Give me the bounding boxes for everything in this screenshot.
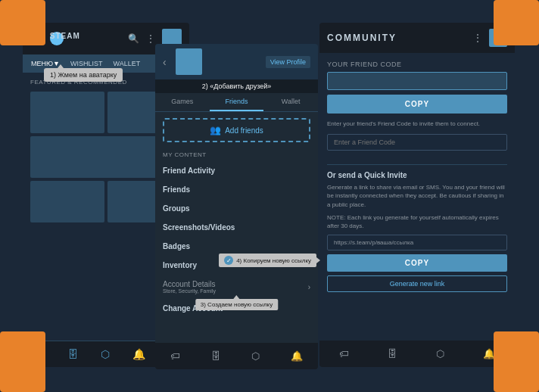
gift-box-bottom-right [494,331,539,392]
mid-bottom-store-icon[interactable]: ⬡ [251,350,260,362]
view-profile-btn[interactable]: View Profile [266,56,310,68]
middle-panel: ‹ View Profile 2) «Добавить друзей» Game… [155,44,318,369]
add-friends-button[interactable]: 👥 Add friends [163,118,310,142]
friend-code-helper: Enter your friend's Friend Code to invit… [327,120,507,128]
check-icon: ✓ [224,256,233,265]
right-panel-content: Your Friend Code COPY Enter your friend'… [319,53,515,300]
quick-invite-note: NOTE: Each link you generate for yoursel… [327,213,507,230]
middle-panel-header: ‹ View Profile [155,44,318,79]
menu-groups[interactable]: Groups [155,199,318,218]
menu-friend-activity[interactable]: Friend Activity [155,161,318,180]
right-panel: COMMUNITY ⋮ Your Friend Code COPY Enter … [319,23,515,367]
annotation-4-text: 4) Копируем новую ссылку [236,257,311,264]
add-friends-icon: 👥 [210,125,221,135]
add-friends-label: Add friends [225,126,263,135]
invite-link-url: https://s.team/p/ваша/ссылка [327,235,507,250]
enter-friend-code-input[interactable] [327,134,507,151]
generate-new-link-button[interactable]: Generate new link [327,275,507,292]
bottom-nav-library-icon[interactable]: 🗄 [67,348,78,360]
main-wrapper: STEAM 🔍 ⋮ МЕНЮ▼ WISHLIST WALLET 1) Жмем … [23,23,515,367]
divider [327,164,507,165]
arrow-right-icon: › [308,283,310,291]
friend-code-input[interactable] [327,72,507,90]
my-content-label: MY CONTENT [155,148,318,161]
menu-groups-label: Groups [163,204,190,213]
gift-box-top-right [494,0,539,45]
menu-friends[interactable]: Friends [155,180,318,199]
menu-inventory-label: Inventory [163,261,197,269]
tab-friends[interactable]: Friends [210,93,264,111]
tab-wallet[interactable]: Wallet [263,93,318,111]
gift-box-bottom-left [0,331,45,392]
annotation-4: ✓ 4) Копируем новую ссылку [219,254,316,267]
menu-friends-label: Friends [163,185,190,194]
quick-invite-description: Generate a link to share via email or SM… [327,183,507,209]
annotation-3: 3) Создаем новую ссылку [195,299,278,310]
profile-tabs: Games Friends Wallet [155,93,318,112]
featured-item-3 [30,181,104,222]
right-bottom-nav: 🏷 🗄 ⬡ 🔔 [319,341,515,367]
search-icon[interactable]: 🔍 [128,33,139,44]
mid-bottom-notify-icon[interactable]: 🔔 [291,350,303,362]
quick-invite-title: Or send a Quick Invite [327,171,507,179]
copy-link-button[interactable]: COPY [327,254,507,272]
profile-avatar[interactable] [176,48,202,75]
mid-bottom-tag-icon[interactable]: 🏷 [170,350,180,362]
friend-code-section-title: Your Friend Code [327,61,507,68]
right-bottom-tag-icon[interactable]: 🏷 [339,348,349,359]
bottom-nav-notify-icon[interactable]: 🔔 [132,348,145,360]
menu-account-details-sub: Store, Security, Family [163,288,216,294]
annotation-1: 1) Жмем на аватарку [44,68,123,82]
annotation-2: 2) «Добавить друзей» [155,79,318,93]
featured-item-1 [30,92,104,133]
menu-badges-label: Badges [163,242,190,250]
middle-bottom-nav: 🏷 🗄 ⬡ 🔔 [155,343,318,369]
mid-bottom-library-icon[interactable]: 🗄 [211,350,221,362]
tab-games[interactable]: Games [155,93,210,111]
copy-friend-code-button[interactable]: COPY [327,95,507,114]
menu-screenshots-label: Screenshots/Videos [163,223,235,232]
right-bottom-library-icon[interactable]: 🗄 [388,348,397,359]
community-title: COMMUNITY [327,33,397,43]
menu-icon[interactable]: ⋮ [145,33,156,45]
menu-account-details-label: Account Details [163,280,216,288]
right-panel-header: COMMUNITY ⋮ [319,23,515,53]
right-menu-icon[interactable]: ⋮ [472,32,483,44]
steam-logo-text: STEAM [50,32,64,45]
bottom-nav-store-icon[interactable]: ⬡ [101,348,110,360]
menu-screenshots[interactable]: Screenshots/Videos [155,218,318,237]
menu-friend-activity-label: Friend Activity [163,166,215,175]
back-button[interactable]: ‹ [163,56,167,68]
gift-box-top-left [0,0,45,45]
right-bottom-store-icon[interactable]: ⬡ [436,348,444,359]
